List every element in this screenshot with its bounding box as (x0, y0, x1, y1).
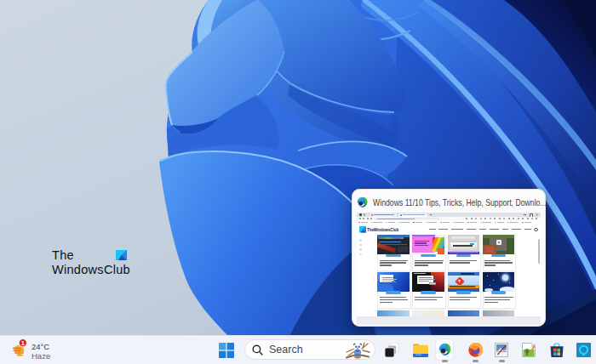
svg-text:1: 1 (21, 339, 25, 347)
